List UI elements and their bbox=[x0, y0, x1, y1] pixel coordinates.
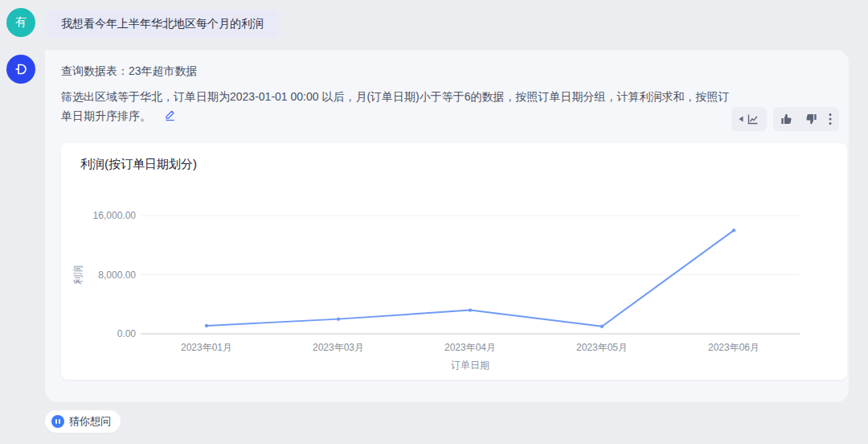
user-avatar-text: 有 bbox=[15, 15, 27, 30]
kebab-menu-icon bbox=[829, 113, 832, 125]
svg-text:2023年03月: 2023年03月 bbox=[313, 342, 364, 353]
guess-you-want-to-ask-button[interactable]: 猜你想问 bbox=[45, 410, 121, 433]
filter-description-text: 筛选出区域等于华北，订单日期为2023-01-01 00:00 以后，月(订单日… bbox=[61, 90, 730, 122]
profit-chart-card: 利润(按订单日期划分) 0.008,000.0016,000.00利润2023年… bbox=[61, 143, 847, 380]
filter-description: 筛选出区域等于华北，订单日期为2023-01-01 00:00 以后，月(订单日… bbox=[61, 87, 740, 127]
chart-type-pill bbox=[731, 107, 767, 131]
svg-text:订单日期: 订单日期 bbox=[451, 360, 489, 371]
svg-text:16,000.00: 16,000.00 bbox=[93, 210, 137, 221]
svg-text:0.00: 0.00 bbox=[117, 328, 137, 339]
svg-text:2023年05月: 2023年05月 bbox=[576, 342, 628, 353]
svg-text:8,000.00: 8,000.00 bbox=[98, 269, 136, 281]
collapse-caret-icon bbox=[739, 116, 743, 122]
chart-type-toggle-button[interactable] bbox=[739, 113, 760, 126]
suggestion-chat-icon bbox=[51, 415, 64, 428]
dataleap-logo-icon bbox=[12, 60, 30, 78]
line-chart-type-icon bbox=[746, 113, 760, 126]
user-avatar: 有 bbox=[6, 8, 35, 37]
thumbs-up-button[interactable] bbox=[780, 113, 793, 125]
feedback-pill bbox=[773, 107, 839, 131]
edit-filter-button[interactable] bbox=[164, 108, 176, 127]
thumbs-down-button[interactable] bbox=[805, 113, 817, 125]
svg-text:2023年01月: 2023年01月 bbox=[181, 342, 232, 353]
svg-text:2023年06月: 2023年06月 bbox=[708, 342, 760, 353]
profit-line-chart: 0.008,000.0016,000.00利润2023年01月2023年03月2… bbox=[61, 143, 847, 380]
query-table-line: 查询数据表：23年超市数据 bbox=[61, 64, 198, 79]
user-message-bubble: 我想看今年上半年华北地区每个月的利润 bbox=[45, 10, 280, 39]
assistant-avatar bbox=[6, 55, 35, 84]
assistant-response-card: 查询数据表：23年超市数据 筛选出区域等于华北，订单日期为2023-01-01 … bbox=[45, 50, 849, 402]
svg-text:利润: 利润 bbox=[72, 265, 84, 286]
user-message-text: 我想看今年上半年华北地区每个月的利润 bbox=[61, 17, 264, 31]
thumbs-down-icon bbox=[805, 113, 817, 125]
svg-text:2023年04月: 2023年04月 bbox=[444, 342, 496, 353]
thumbs-up-icon bbox=[780, 113, 793, 125]
response-toolbar bbox=[731, 107, 839, 131]
pencil-edit-icon bbox=[164, 109, 176, 121]
more-menu-button[interactable] bbox=[829, 113, 832, 125]
guess-button-label: 猜你想问 bbox=[69, 414, 111, 429]
